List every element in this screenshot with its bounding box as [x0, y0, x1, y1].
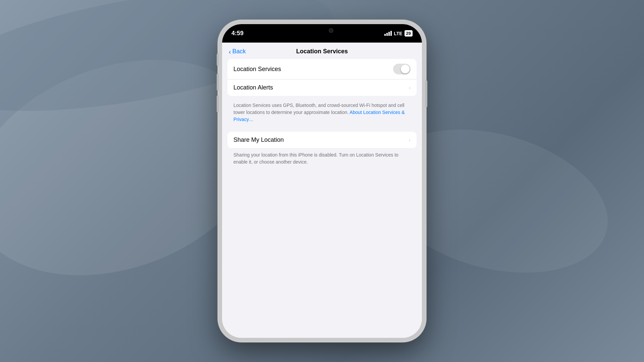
- toggle-knob: [401, 65, 410, 73]
- share-chevron-container: ›: [409, 137, 411, 143]
- chevron-container: ›: [409, 85, 411, 91]
- share-my-location-row[interactable]: Share My Location ›: [227, 132, 417, 148]
- location-alerts-chevron-icon: ›: [409, 85, 411, 91]
- share-location-group: Share My Location ›: [227, 132, 417, 148]
- status-right-group: LTE 29: [384, 30, 413, 37]
- notch: [295, 24, 349, 37]
- silent-switch-button[interactable]: [217, 54, 219, 66]
- battery-indicator: 29: [405, 30, 413, 37]
- power-button[interactable]: [425, 80, 427, 107]
- settings-content: Location Services Location Alerts ›: [222, 59, 422, 171]
- location-settings-group: Location Services Location Alerts ›: [227, 59, 417, 96]
- status-bar: 4:59 LTE 29: [222, 24, 422, 43]
- front-camera: [329, 28, 333, 33]
- volume-down-button[interactable]: [217, 96, 219, 112]
- location-alerts-row[interactable]: Location Alerts ›: [227, 79, 417, 96]
- screen-content: ‹ Back Location Services Location Servic…: [222, 43, 422, 338]
- share-location-description: Sharing your location from this iPhone i…: [227, 148, 417, 171]
- toggle-container: [393, 64, 411, 74]
- signal-bar-1: [384, 34, 386, 36]
- location-services-description: Location Services uses GPS, Bluetooth, a…: [227, 99, 417, 128]
- back-chevron-icon: ‹: [229, 48, 231, 55]
- signal-bar-3: [388, 32, 390, 36]
- battery-level: 29: [406, 31, 411, 36]
- location-services-toggle[interactable]: [393, 64, 411, 74]
- share-my-location-label: Share My Location: [233, 136, 284, 143]
- back-button[interactable]: ‹ Back: [229, 48, 246, 55]
- signal-bar-2: [386, 33, 388, 36]
- signal-bars: [384, 31, 392, 36]
- share-location-chevron-icon: ›: [409, 137, 411, 143]
- phone-device: 4:59 LTE 29: [218, 20, 426, 342]
- navigation-bar: ‹ Back Location Services: [222, 43, 422, 59]
- location-services-label: Location Services: [233, 66, 281, 73]
- phone-screen: 4:59 LTE 29: [222, 24, 422, 338]
- back-label: Back: [232, 48, 246, 55]
- share-description-text: Sharing your location from this iPhone i…: [233, 152, 398, 165]
- status-time: 4:59: [231, 30, 244, 37]
- phone-frame: 4:59 LTE 29: [218, 20, 426, 342]
- location-alerts-label: Location Alerts: [233, 84, 273, 91]
- signal-bar-4: [390, 31, 392, 36]
- lte-label: LTE: [394, 31, 402, 36]
- page-title: Location Services: [296, 48, 348, 55]
- location-services-row[interactable]: Location Services: [227, 59, 417, 79]
- volume-up-button[interactable]: [217, 74, 219, 90]
